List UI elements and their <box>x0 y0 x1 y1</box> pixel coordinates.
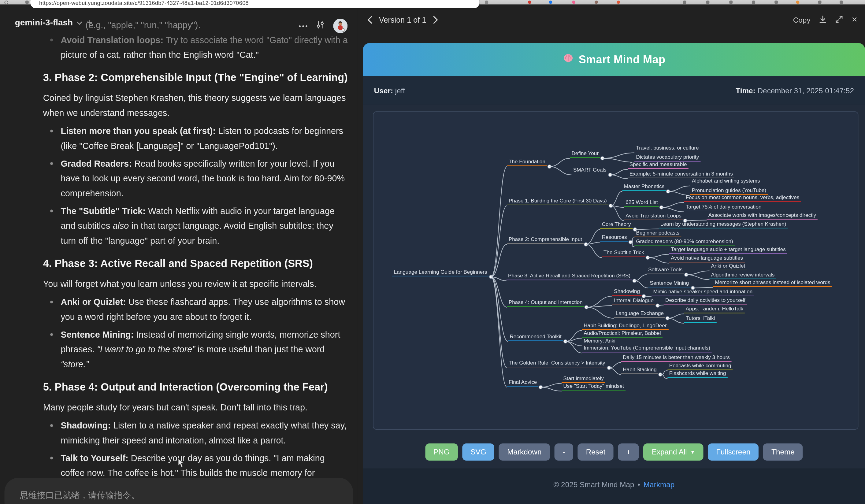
mindmap-node[interactable]: Algorithmic review intervals <box>709 271 776 279</box>
mindmap-node[interactable]: Example: 5-minute conversation in 3 mont… <box>628 171 735 178</box>
mindmap-node[interactable]: Learn by understanding messages (Stephen… <box>659 221 788 228</box>
mindmap-node[interactable]: Core Theory <box>600 221 633 229</box>
close-icon[interactable]: × <box>852 17 857 23</box>
mindmap-node[interactable]: Specific and measurable <box>628 161 688 169</box>
mindmap-node[interactable]: Resources <box>600 234 628 242</box>
mindmap-node[interactable]: Target language audio + target language … <box>669 246 788 254</box>
mindmap-node[interactable]: The Golden Rule: Consistency > Intensity <box>507 360 607 367</box>
extension-icon-brown[interactable] <box>595 1 598 4</box>
mindmap-node[interactable]: SMART Goals <box>572 167 608 174</box>
mindmap-node[interactable]: Podcasts while commuting <box>667 362 733 370</box>
markmap-link[interactable]: Markmap <box>644 480 674 489</box>
mindmap-node[interactable]: The Subtitle Trick <box>602 249 646 257</box>
mindmap-node[interactable]: Language Exchange <box>614 310 665 318</box>
svg-button[interactable]: SVG <box>462 444 495 460</box>
mindmap-node[interactable]: Tutors: iTalki <box>684 315 716 323</box>
download-icon[interactable] <box>819 15 826 25</box>
mindmap-node[interactable]: Mimic native speaker speed and intonatio… <box>651 289 754 296</box>
mindmap-node[interactable]: Use "Start Today" mindset <box>562 383 625 390</box>
reload-icon[interactable] <box>4 1 8 4</box>
mindmap-node[interactable]: Define Your <box>570 150 600 158</box>
markdown-button[interactable]: Markdown <box>499 444 550 460</box>
user-avatar[interactable] <box>333 19 347 33</box>
model-selector[interactable]: gemini-3-flash + <box>15 18 92 27</box>
version-label: Version 1 of 1 <box>379 15 426 24</box>
prev-version-button[interactable] <box>367 16 372 24</box>
mindmap-footer: © 2025 Smart Mind Map • Markmap <box>363 468 865 504</box>
settings-icon[interactable] <box>818 1 821 4</box>
bookmark-star-icon[interactable] <box>485 1 488 4</box>
mindmap-node[interactable]: Memorize short phrases instead of isolat… <box>713 279 832 287</box>
mindmap-node[interactable]: Dictates vocabulary priority <box>634 154 701 162</box>
mindmap-node[interactable]: Travel, business, or culture <box>634 145 701 152</box>
copy-button[interactable]: Copy <box>793 15 810 24</box>
mindmap-node[interactable]: 625 Word List <box>624 199 659 207</box>
puzzle-extensions-icon[interactable] <box>752 1 755 4</box>
mindmap-node[interactable]: Recommended Toolkit <box>508 333 563 341</box>
bullet-dot <box>50 38 53 41</box>
tab-overview-icon[interactable] <box>25 1 29 4</box>
mindmap-node[interactable]: Immersion: YouTube (Comprehensible Input… <box>582 345 712 352</box>
png-button[interactable]: PNG <box>425 444 458 460</box>
mindmap-canvas[interactable]: Language Learning Guide for BeginnersThe… <box>373 111 858 430</box>
menu-icon[interactable] <box>840 1 843 4</box>
mindmap-node[interactable]: Describe daily activities to yourself <box>664 297 747 304</box>
chat-controls-icon[interactable] <box>316 21 324 31</box>
mindmap-node[interactable]: Anki or Quizlet <box>709 262 747 270</box>
mindmap-node[interactable]: Avoid native language subtitles <box>669 255 745 262</box>
reset-button[interactable]: Reset <box>578 444 614 460</box>
notifications-icon[interactable] <box>683 1 687 4</box>
next-version-button[interactable] <box>433 16 438 24</box>
mindmap-node[interactable]: The Foundation <box>507 159 547 166</box>
mindmap-node[interactable]: Software Tools <box>647 266 684 274</box>
mindmap-node[interactable]: Language Learning Guide for Beginners <box>392 269 489 276</box>
mindmap-node[interactable]: Flashcards while waiting <box>667 370 728 378</box>
expand-all-button[interactable]: Expand All▼ <box>644 444 704 460</box>
mindmap-node[interactable]: Phase 3: Active Recall and Spaced Repeti… <box>507 272 632 280</box>
mindmap-node[interactable]: Phase 4: Output and Interaction <box>507 299 584 307</box>
--button[interactable]: - <box>554 444 573 460</box>
mindmap-node[interactable]: Apps: Tandem, HelloTalk <box>684 305 745 313</box>
mindmap-node[interactable]: Beginner podcasts <box>634 230 681 237</box>
chat-heading: 3. Phase 2: Comprehensible Input (The "E… <box>43 69 350 86</box>
chat-options-icon[interactable] <box>299 25 308 27</box>
extension-icon-blue[interactable] <box>549 1 552 4</box>
fullscreen-expand-icon[interactable] <box>835 15 843 25</box>
extension-icon-orange[interactable] <box>616 1 620 4</box>
address-bar[interactable]: https://open-webui.yungtzoudata.site/c/9… <box>30 0 479 8</box>
mindmap-node[interactable]: Habit Building: Duolingo, LingoDeer <box>582 322 668 330</box>
chat-para: Many people study for years but can't sp… <box>43 400 350 415</box>
history-icon[interactable] <box>729 1 733 4</box>
mindmap-node[interactable]: Audio/Practical: Pimsleur, Babbel <box>582 330 662 338</box>
chat-input[interactable]: 思维接口已就绪，请传输指令。 <box>4 478 353 504</box>
mindmap-node[interactable]: Pronunciation guides (YouTube) <box>690 187 768 195</box>
mindmap-node[interactable]: Phase 1: Building the Core (First 30 Day… <box>507 198 608 205</box>
mindmap-node[interactable]: Master Phonetics <box>622 183 666 191</box>
mindmap-node[interactable]: Shadowing <box>612 288 642 295</box>
--button[interactable]: + <box>618 444 639 460</box>
extension-icon-red[interactable] <box>528 1 531 4</box>
mindmap-node[interactable]: Alphabet and writing systems <box>690 178 762 185</box>
extension-icon-pink[interactable] <box>572 1 575 4</box>
mindmap-node[interactable]: Daily 15 minutes is better than weekly 3… <box>621 354 731 362</box>
mindmap-node[interactable]: Memory: Anki <box>582 338 617 345</box>
chat-bullet: Shadowing: Listen to a native speaker an… <box>43 418 350 448</box>
downloads-icon[interactable] <box>706 1 710 4</box>
mindmap-node[interactable]: Internal Dialogue <box>612 297 655 305</box>
fullscreen-button[interactable]: Fullscreen <box>708 444 759 460</box>
mindmap-node[interactable]: Target 75% of daily conversation <box>684 204 763 211</box>
mindmap-node[interactable]: Final Advice <box>507 379 538 387</box>
mindmap-node[interactable]: Habit Stacking <box>621 366 658 374</box>
apps-grid-icon[interactable] <box>774 1 778 4</box>
mindmap-node[interactable]: Associate words with images/concepts dir… <box>706 212 818 220</box>
mindmap-node[interactable]: Graded readers (80-90% comprehension) <box>634 238 735 246</box>
mindmap-node[interactable]: Avoid Translation Loops <box>624 212 683 220</box>
mindmap-node[interactable]: Sentence Mining <box>648 280 690 287</box>
mindmap-node[interactable]: Focus on most common nouns, verbs, adjec… <box>684 194 801 202</box>
new-chat-plus-icon[interactable]: + <box>87 18 92 27</box>
mindmap-node[interactable]: Start immediately <box>562 375 605 383</box>
profile-avatar-icon[interactable] <box>796 1 799 4</box>
time-label: Time: <box>736 86 756 94</box>
theme-button[interactable]: Theme <box>763 444 803 460</box>
mindmap-node[interactable]: Phase 2: Comprehensible Input <box>507 236 584 244</box>
